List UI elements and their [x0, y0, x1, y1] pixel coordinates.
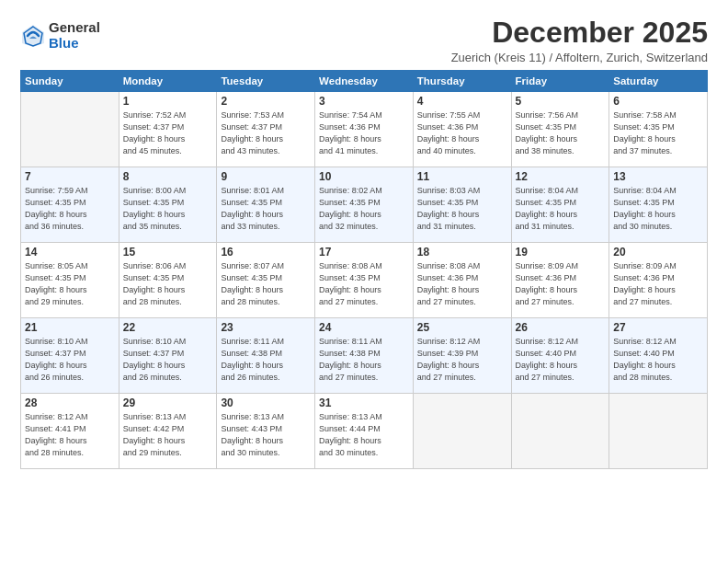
title-block: December 2025 Zuerich (Kreis 11) / Affol…	[451, 17, 708, 64]
day-number: 22	[123, 321, 213, 334]
day-number: 29	[123, 396, 213, 409]
calendar-day-cell: 18Sunrise: 8:08 AM Sunset: 4:36 PM Dayli…	[413, 243, 511, 318]
calendar-day-cell: 24Sunrise: 8:11 AM Sunset: 4:38 PM Dayli…	[315, 318, 414, 394]
calendar-header-monday: Monday	[119, 71, 217, 92]
calendar-day-cell: 26Sunrise: 8:12 AM Sunset: 4:40 PM Dayli…	[511, 318, 609, 394]
calendar-day-cell: 10Sunrise: 8:02 AM Sunset: 4:35 PM Dayli…	[315, 167, 414, 243]
calendar-header-thursday: Thursday	[413, 71, 511, 92]
day-number: 31	[319, 396, 409, 409]
calendar-day-cell: 3Sunrise: 7:54 AM Sunset: 4:36 PM Daylig…	[315, 92, 414, 167]
day-number: 3	[319, 95, 409, 108]
calendar-day-cell: 1Sunrise: 7:52 AM Sunset: 4:37 PM Daylig…	[119, 92, 217, 167]
day-number: 7	[25, 170, 115, 183]
logo: General Blue	[20, 20, 100, 51]
calendar-day-cell: 19Sunrise: 8:09 AM Sunset: 4:36 PM Dayli…	[511, 243, 609, 318]
day-info: Sunrise: 8:08 AM Sunset: 4:36 PM Dayligh…	[417, 260, 507, 308]
calendar-header-friday: Friday	[511, 71, 609, 92]
calendar-header-saturday: Saturday	[609, 71, 708, 92]
day-info: Sunrise: 8:11 AM Sunset: 4:38 PM Dayligh…	[319, 336, 409, 384]
calendar-day-cell	[21, 92, 119, 167]
day-info: Sunrise: 8:00 AM Sunset: 4:35 PM Dayligh…	[123, 185, 213, 233]
day-info: Sunrise: 8:03 AM Sunset: 4:35 PM Dayligh…	[417, 185, 507, 233]
calendar-day-cell: 9Sunrise: 8:01 AM Sunset: 4:35 PM Daylig…	[217, 167, 315, 243]
day-info: Sunrise: 8:07 AM Sunset: 4:35 PM Dayligh…	[221, 260, 311, 308]
day-number: 16	[221, 246, 311, 259]
day-number: 11	[417, 170, 507, 183]
day-info: Sunrise: 7:59 AM Sunset: 4:35 PM Dayligh…	[25, 185, 115, 233]
day-info: Sunrise: 7:52 AM Sunset: 4:37 PM Dayligh…	[123, 109, 213, 157]
calendar-week-row: 28Sunrise: 8:12 AM Sunset: 4:41 PM Dayli…	[21, 394, 708, 469]
calendar-header-sunday: Sunday	[21, 71, 119, 92]
calendar-week-row: 7Sunrise: 7:59 AM Sunset: 4:35 PM Daylig…	[21, 167, 708, 243]
day-number: 4	[417, 95, 507, 108]
calendar-day-cell: 4Sunrise: 7:55 AM Sunset: 4:36 PM Daylig…	[413, 92, 511, 167]
day-info: Sunrise: 7:53 AM Sunset: 4:37 PM Dayligh…	[221, 109, 311, 157]
day-number: 12	[516, 170, 606, 183]
calendar-day-cell: 11Sunrise: 8:03 AM Sunset: 4:35 PM Dayli…	[413, 167, 511, 243]
day-number: 5	[516, 95, 606, 108]
day-info: Sunrise: 8:01 AM Sunset: 4:35 PM Dayligh…	[221, 185, 311, 233]
day-number: 28	[25, 396, 115, 409]
day-info: Sunrise: 8:04 AM Sunset: 4:35 PM Dayligh…	[516, 185, 606, 233]
calendar-day-cell: 8Sunrise: 8:00 AM Sunset: 4:35 PM Daylig…	[119, 167, 217, 243]
day-info: Sunrise: 8:12 AM Sunset: 4:41 PM Dayligh…	[25, 411, 115, 459]
header: General Blue December 2025 Zuerich (Krei…	[20, 17, 708, 64]
calendar-day-cell: 12Sunrise: 8:04 AM Sunset: 4:35 PM Dayli…	[511, 167, 609, 243]
logo-blue-label: Blue	[49, 36, 100, 52]
calendar-week-row: 21Sunrise: 8:10 AM Sunset: 4:37 PM Dayli…	[21, 318, 708, 394]
logo-icon	[20, 23, 46, 49]
calendar-day-cell: 27Sunrise: 8:12 AM Sunset: 4:40 PM Dayli…	[609, 318, 708, 394]
day-number: 8	[123, 170, 213, 183]
day-number: 10	[319, 170, 409, 183]
day-info: Sunrise: 8:12 AM Sunset: 4:40 PM Dayligh…	[516, 336, 606, 384]
day-info: Sunrise: 8:10 AM Sunset: 4:37 PM Dayligh…	[123, 336, 213, 384]
logo-text: General Blue	[49, 20, 100, 51]
calendar-day-cell: 15Sunrise: 8:06 AM Sunset: 4:35 PM Dayli…	[119, 243, 217, 318]
day-info: Sunrise: 7:58 AM Sunset: 4:35 PM Dayligh…	[613, 109, 703, 157]
day-info: Sunrise: 7:55 AM Sunset: 4:36 PM Dayligh…	[417, 109, 507, 157]
day-info: Sunrise: 7:54 AM Sunset: 4:36 PM Dayligh…	[319, 109, 409, 157]
day-info: Sunrise: 8:13 AM Sunset: 4:42 PM Dayligh…	[123, 411, 213, 459]
calendar-day-cell: 31Sunrise: 8:13 AM Sunset: 4:44 PM Dayli…	[315, 394, 414, 469]
day-info: Sunrise: 8:08 AM Sunset: 4:35 PM Dayligh…	[319, 260, 409, 308]
calendar-day-cell: 28Sunrise: 8:12 AM Sunset: 4:41 PM Dayli…	[21, 394, 119, 469]
calendar-header-row: SundayMondayTuesdayWednesdayThursdayFrid…	[21, 71, 708, 92]
calendar-header-tuesday: Tuesday	[217, 71, 315, 92]
calendar-day-cell	[413, 394, 511, 469]
day-number: 13	[613, 170, 703, 183]
calendar-day-cell: 30Sunrise: 8:13 AM Sunset: 4:43 PM Dayli…	[217, 394, 315, 469]
day-number: 1	[123, 95, 213, 108]
calendar-week-row: 1Sunrise: 7:52 AM Sunset: 4:37 PM Daylig…	[21, 92, 708, 167]
subtitle: Zuerich (Kreis 11) / Affoltern, Zurich, …	[451, 51, 708, 64]
day-number: 17	[319, 246, 409, 259]
day-number: 30	[221, 396, 311, 409]
calendar-day-cell	[511, 394, 609, 469]
day-number: 26	[516, 321, 606, 334]
day-number: 14	[25, 246, 115, 259]
day-info: Sunrise: 8:13 AM Sunset: 4:43 PM Dayligh…	[221, 411, 311, 459]
calendar-day-cell: 21Sunrise: 8:10 AM Sunset: 4:37 PM Dayli…	[21, 318, 119, 394]
calendar-table: SundayMondayTuesdayWednesdayThursdayFrid…	[20, 70, 708, 469]
calendar-day-cell: 17Sunrise: 8:08 AM Sunset: 4:35 PM Dayli…	[315, 243, 414, 318]
day-number: 19	[516, 246, 606, 259]
day-info: Sunrise: 8:13 AM Sunset: 4:44 PM Dayligh…	[319, 411, 409, 459]
day-number: 15	[123, 246, 213, 259]
calendar-day-cell: 29Sunrise: 8:13 AM Sunset: 4:42 PM Dayli…	[119, 394, 217, 469]
day-number: 27	[613, 321, 703, 334]
calendar-day-cell: 5Sunrise: 7:56 AM Sunset: 4:35 PM Daylig…	[511, 92, 609, 167]
calendar-day-cell: 7Sunrise: 7:59 AM Sunset: 4:35 PM Daylig…	[21, 167, 119, 243]
calendar-day-cell: 20Sunrise: 8:09 AM Sunset: 4:36 PM Dayli…	[609, 243, 708, 318]
calendar-day-cell: 6Sunrise: 7:58 AM Sunset: 4:35 PM Daylig…	[609, 92, 708, 167]
day-info: Sunrise: 8:05 AM Sunset: 4:35 PM Dayligh…	[25, 260, 115, 308]
day-info: Sunrise: 8:09 AM Sunset: 4:36 PM Dayligh…	[516, 260, 606, 308]
calendar-header-wednesday: Wednesday	[315, 71, 414, 92]
calendar-day-cell: 13Sunrise: 8:04 AM Sunset: 4:35 PM Dayli…	[609, 167, 708, 243]
day-number: 9	[221, 170, 311, 183]
day-info: Sunrise: 8:10 AM Sunset: 4:37 PM Dayligh…	[25, 336, 115, 384]
day-info: Sunrise: 8:09 AM Sunset: 4:36 PM Dayligh…	[613, 260, 703, 308]
day-number: 18	[417, 246, 507, 259]
day-number: 21	[25, 321, 115, 334]
day-info: Sunrise: 8:12 AM Sunset: 4:40 PM Dayligh…	[613, 336, 703, 384]
day-number: 6	[613, 95, 703, 108]
logo-general-label: General	[49, 20, 100, 36]
